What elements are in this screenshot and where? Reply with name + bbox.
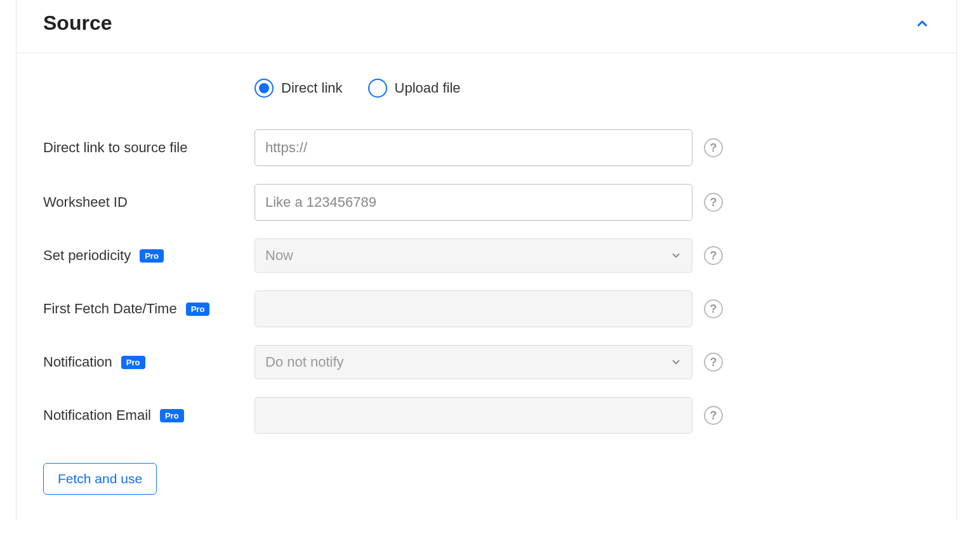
help-icon[interactable]: ? [704, 406, 723, 425]
worksheet-id-input[interactable] [255, 184, 692, 221]
row-worksheet-id: Worksheet ID ? [43, 184, 930, 221]
periodicity-select: Now [255, 238, 692, 273]
notification-email-input [255, 397, 692, 434]
row-first-fetch: First Fetch Date/Time Pro ? [43, 290, 930, 327]
row-direct-link: Direct link to source file ? [43, 129, 930, 166]
help-icon[interactable]: ? [704, 353, 723, 372]
radio-circle-icon [255, 79, 274, 98]
panel-header: Source [17, 0, 956, 53]
pro-badge: Pro [140, 249, 164, 263]
select-value: Do not notify [265, 354, 344, 370]
label-first-fetch: First Fetch Date/Time [43, 301, 177, 317]
help-icon[interactable]: ? [704, 246, 723, 265]
action-row: Fetch and use [43, 463, 930, 495]
label-direct-link: Direct link to source file [43, 140, 187, 156]
first-fetch-input [255, 290, 692, 327]
chevron-down-icon [670, 250, 682, 261]
radio-label: Direct link [281, 80, 343, 96]
pro-badge: Pro [160, 409, 184, 422]
direct-link-input[interactable] [255, 129, 692, 166]
select-value: Now [265, 247, 293, 264]
pro-badge: Pro [186, 303, 210, 316]
row-periodicity: Set periodicity Pro Now ? [43, 238, 930, 273]
help-icon[interactable]: ? [704, 138, 723, 157]
source-panel: Source Direct link Upload file Direct li… [16, 0, 957, 520]
source-type-radios: Direct link Upload file [255, 79, 930, 98]
radio-direct-link[interactable]: Direct link [255, 79, 343, 98]
label-notification: Notification [43, 354, 112, 370]
row-notification: Notification Pro Do not notify ? [43, 345, 930, 379]
row-notification-email: Notification Email Pro ? [43, 397, 930, 434]
panel-title: Source [43, 11, 112, 35]
label-worksheet-id: Worksheet ID [43, 194, 128, 211]
label-periodicity: Set periodicity [43, 247, 131, 264]
help-icon[interactable]: ? [704, 193, 723, 212]
fetch-and-use-button[interactable]: Fetch and use [43, 463, 157, 495]
chevron-down-icon [670, 356, 682, 368]
radio-upload-file[interactable]: Upload file [368, 79, 461, 98]
panel-body: Direct link Upload file Direct link to s… [17, 53, 956, 520]
help-icon[interactable]: ? [704, 299, 723, 318]
radio-circle-icon [368, 79, 387, 98]
radio-label: Upload file [395, 80, 461, 96]
label-notification-email: Notification Email [43, 407, 151, 424]
pro-badge: Pro [121, 356, 145, 369]
notification-select: Do not notify [255, 345, 692, 379]
chevron-up-icon[interactable] [915, 16, 930, 31]
